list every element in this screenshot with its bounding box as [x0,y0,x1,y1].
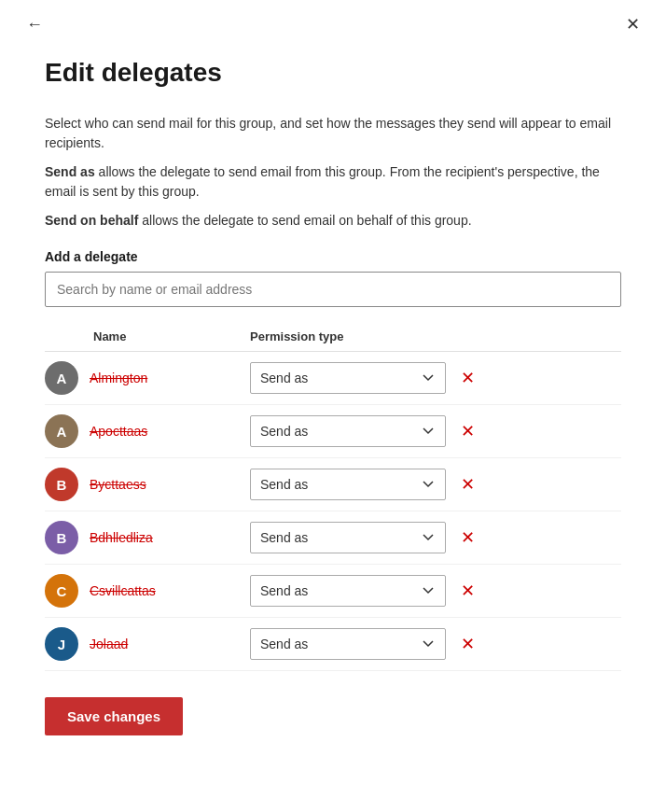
permission-select[interactable]: Send asSend on behalf [250,575,446,607]
table-row: BBdhlledlizaSend asSend on behalf✕ [45,511,621,565]
delegates-list: AAlmingtonSend asSend on behalf✕AApoctta… [45,352,621,671]
delete-delegate-button[interactable]: ✕ [453,472,482,497]
permission-select[interactable]: Send asSend on behalf [250,628,446,660]
save-changes-button[interactable]: Save changes [45,697,183,735]
permission-select[interactable]: Send asSend on behalf [250,362,446,394]
column-permission-header: Permission type [250,329,621,343]
edit-delegates-panel: ← ✕ Edit delegates Select who can send m… [0,0,666,812]
description-send-on-behalf: Send on behalf allows the delegate to se… [45,211,621,231]
send-as-label: Send as [45,164,95,179]
delegate-name: Bdhlledliza [90,530,250,545]
avatar: C [45,574,78,608]
description-line2: allows the delegate to send email from t… [45,164,600,199]
delegate-name: Apocttaas [90,424,250,439]
avatar: B [45,468,78,501]
description-line1: Select who can send mail for this group,… [45,116,611,150]
close-button[interactable]: ✕ [618,10,647,38]
avatar: A [45,414,78,448]
permission-select[interactable]: Send asSend on behalf [250,522,446,553]
table-row: BBycttaessSend asSend on behalf✕ [45,458,621,511]
delegate-name: Csvillcattas [90,583,250,598]
top-bar: ← ✕ [0,0,666,41]
page-title: Edit delegates [45,58,621,88]
permission-select[interactable]: Send asSend on behalf [250,415,446,447]
table-header: Name Permission type [45,329,621,352]
description-line3: allows the delegate to send email on beh… [138,213,471,228]
avatar: J [45,627,78,661]
main-content: Edit delegates Select who can send mail … [0,41,666,754]
delegate-name: Almington [90,371,250,385]
back-icon: ← [26,15,43,35]
delete-delegate-button[interactable]: ✕ [453,579,482,603]
description-send-as: Send as allows the delegate to send emai… [45,162,621,202]
description-block: Select who can send mail for this group,… [45,114,621,153]
delete-delegate-button[interactable]: ✕ [453,366,482,390]
delegate-name: Jolaad [90,637,250,651]
add-delegate-label: Add a delegate [45,249,621,264]
table-row: AApocttaasSend asSend on behalf✕ [45,405,621,458]
search-input[interactable] [45,272,621,307]
avatar: B [45,521,78,554]
close-icon: ✕ [626,14,640,35]
table-row: AAlmingtonSend asSend on behalf✕ [45,352,621,405]
table-row: JJolaadSend asSend on behalf✕ [45,618,621,671]
delete-delegate-button[interactable]: ✕ [453,632,482,656]
send-on-behalf-label: Send on behalf [45,213,138,228]
back-button[interactable]: ← [19,11,50,38]
permission-select[interactable]: Send asSend on behalf [250,469,446,500]
delete-delegate-button[interactable]: ✕ [453,419,482,443]
avatar: A [45,361,78,395]
delete-delegate-button[interactable]: ✕ [453,525,482,550]
delegate-name: Bycttaess [90,477,250,492]
column-name-header: Name [45,329,250,343]
table-row: CCsvillcattasSend asSend on behalf✕ [45,565,621,618]
